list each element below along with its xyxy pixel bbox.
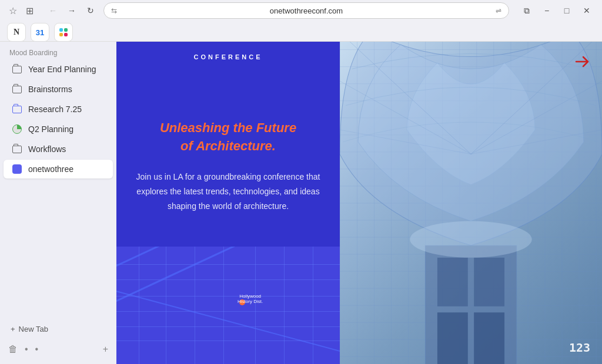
sidebar-item-year-end[interactable]: Year End Planning xyxy=(4,60,113,79)
folder-icon xyxy=(12,66,22,73)
slack-icon xyxy=(59,28,68,36)
conference-map: HollywoodHistory Dist. xyxy=(116,247,340,364)
sidebar-item-q2[interactable]: Q2 Planning xyxy=(4,120,113,139)
sidebar-section-label: Mood Boarding xyxy=(0,46,116,59)
sidebar-item-research[interactable]: Research 7.25 xyxy=(4,100,113,119)
svg-rect-9 xyxy=(474,258,504,306)
svg-point-12 xyxy=(410,221,531,258)
sidebar-item-brainstorms[interactable]: Brainstorms xyxy=(4,80,113,99)
nav-controls: ← → ↻ xyxy=(45,2,99,19)
maximize-button[interactable]: □ xyxy=(558,2,575,19)
conference-title: CONFERENCE xyxy=(193,53,262,60)
minimize-button[interactable]: − xyxy=(539,2,555,19)
sync-icon: ⇌ xyxy=(496,6,501,15)
sidebar-item-label: Workflows xyxy=(28,144,66,154)
headline-line1: Unleashing the Future xyxy=(160,120,296,135)
svg-rect-11 xyxy=(474,312,504,364)
page-number: 123 xyxy=(569,341,590,355)
next-arrow-button[interactable] xyxy=(571,51,593,72)
conference-body: Join us in LA for a groundbreaking confe… xyxy=(128,170,328,214)
calendar-icon: 31 xyxy=(36,28,44,37)
svg-rect-8 xyxy=(437,258,468,306)
q2-icon xyxy=(12,124,22,134)
window-controls: ⧉ − □ ✕ xyxy=(519,2,595,19)
plus-icon: + xyxy=(11,325,15,333)
active-tab-icon xyxy=(12,164,22,174)
map-grid: HollywoodHistory Dist. xyxy=(116,247,340,364)
forward-button[interactable]: → xyxy=(63,2,80,19)
sidebar-item-workflows[interactable]: Workflows xyxy=(4,140,113,159)
notion-tab[interactable]: N xyxy=(7,23,26,42)
calendar-tab[interactable]: 31 xyxy=(31,23,49,42)
svg-rect-10 xyxy=(437,312,468,364)
folder-icon xyxy=(12,146,22,153)
sidebar-item-label: onetwothree xyxy=(28,164,73,174)
reload-button[interactable]: ↻ xyxy=(82,2,99,19)
arch-image: 123 xyxy=(340,42,602,364)
conference-right-panel: 123 xyxy=(340,42,602,364)
arrow-right-icon xyxy=(573,52,591,71)
web-content: CONFERENCE Unleashing the Future of Arch… xyxy=(116,42,602,364)
slack-tab[interactable] xyxy=(54,23,73,42)
new-tab-button[interactable]: + New Tab xyxy=(5,321,54,337)
sidebar-item-label: Year End Planning xyxy=(28,65,96,74)
folder-blue-icon xyxy=(12,106,22,113)
lock-icon: ⇆ xyxy=(111,6,117,15)
sidebar: Mood Boarding Year End Planning Brainsto… xyxy=(0,42,116,364)
notion-icon: N xyxy=(14,28,19,37)
folder-icon xyxy=(12,86,22,93)
tab-bar: N 31 xyxy=(0,21,602,41)
sidebar-item-onetwothree[interactable]: onetwothree xyxy=(4,160,113,178)
new-tab-label: New Tab xyxy=(19,325,48,333)
sidebar-item-label: Q2 Planning xyxy=(28,124,73,134)
grid-icon[interactable]: ⊞ xyxy=(24,5,35,16)
title-bar: ☆ ⊞ ← → ↻ ⇆ ⇌ ⧉ − □ ✕ xyxy=(0,0,602,21)
conference-headline: Unleashing the Future of Architecture. xyxy=(160,119,296,156)
trash-icon[interactable]: 🗑 xyxy=(8,344,18,355)
address-bar-container[interactable]: ⇆ ⇌ xyxy=(103,2,509,19)
headline-line2: of Architecture. xyxy=(180,139,276,153)
dot-icon-2: • xyxy=(35,344,39,355)
map-label: HollywoodHistory Dist. xyxy=(233,294,268,304)
arch-svg xyxy=(340,42,602,364)
add-icon[interactable]: + xyxy=(103,344,108,355)
conference-left-panel: CONFERENCE Unleashing the Future of Arch… xyxy=(116,42,340,364)
sidebar-item-label: Research 7.25 xyxy=(28,105,82,114)
sidebar-item-label: Brainstorms xyxy=(28,85,72,94)
dot-icon: • xyxy=(25,344,28,355)
bottom-toolbar: 🗑 • • + xyxy=(0,339,116,359)
star-icon[interactable]: ☆ xyxy=(7,5,19,16)
pip-button[interactable]: ⧉ xyxy=(519,2,535,19)
back-button[interactable]: ← xyxy=(45,2,61,19)
browser-chrome: ☆ ⊞ ← → ↻ ⇆ ⇌ ⧉ − □ ✕ N 31 xyxy=(0,0,602,42)
address-input[interactable] xyxy=(122,6,491,15)
title-bar-left: ☆ ⊞ xyxy=(7,5,35,16)
main-content: Mood Boarding Year End Planning Brainsto… xyxy=(0,42,602,364)
close-button[interactable]: ✕ xyxy=(578,2,595,19)
